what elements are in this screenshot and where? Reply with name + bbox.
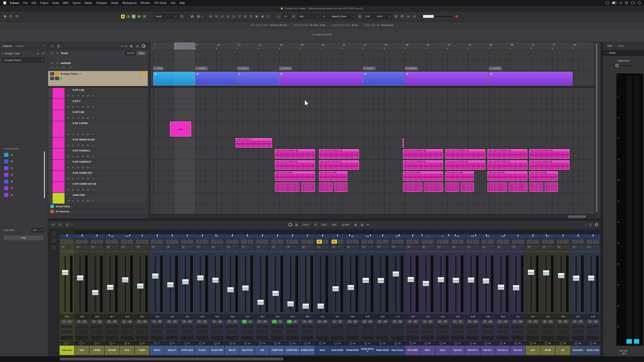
gain-slot[interactable] <box>345 250 360 254</box>
solo-button[interactable]: S <box>353 240 358 244</box>
grid-type-dropdown[interactable]: #Adapt to Zoom▾ <box>322 14 356 19</box>
rack-slot[interactable] <box>90 335 104 341</box>
steinberg-hub-icon[interactable] <box>3 14 7 19</box>
channel-routing-slot[interactable] <box>556 230 570 234</box>
channel-name[interactable]: CHOPP PAD 2 <box>285 346 300 355</box>
fader-handle[interactable] <box>92 290 99 296</box>
audio-event[interactable]: Take 7 (E GIT 2 INTRO_03) <box>403 160 443 170</box>
read-automation-button[interactable]: R <box>588 320 592 324</box>
sends-slot[interactable] <box>556 329 570 335</box>
audio-lane-e-git-2[interactable] <box>151 99 594 110</box>
write-automation-button[interactable]: W <box>488 320 493 324</box>
fader-handle[interactable] <box>452 278 460 283</box>
edit-channel-button[interactable]: e <box>151 245 156 249</box>
edit-channel-button[interactable]: e <box>376 245 381 249</box>
track-row-e-git-1-d[interactable]: E GIT 1 (D)●▸eRW⋯ <box>48 88 148 99</box>
track-row-e-git-chors-oct-d[interactable]: E GIT CHORS OCT (D)●▸eRW⋯ <box>48 182 148 193</box>
toolbar-slider[interactable] <box>420 16 452 17</box>
channel-name[interactable]: KICK <box>74 346 89 355</box>
record-enable-icon[interactable] <box>560 342 562 345</box>
channel-widget[interactable] <box>292 245 298 249</box>
sends-slot[interactable] <box>510 329 525 335</box>
record-enable-icon[interactable] <box>64 342 67 345</box>
gain-slot[interactable] <box>60 250 74 254</box>
marker-5-verse-1[interactable]: 5: VERSE 1 <box>363 66 376 70</box>
inserts-slot[interactable] <box>180 324 194 329</box>
edit-channel-button[interactable]: e <box>422 245 426 249</box>
write-automation-button[interactable]: W <box>473 320 478 324</box>
menu-edit[interactable]: Edit <box>32 1 36 4</box>
pan-control[interactable]: L <box>420 234 435 239</box>
fader-handle[interactable] <box>287 301 294 307</box>
record-enable-icon[interactable] <box>500 342 502 345</box>
gain-slot[interactable] <box>240 250 254 254</box>
inserts-slot[interactable] <box>90 324 104 329</box>
channel-widget[interactable] <box>201 245 208 249</box>
rack-slot[interactable] <box>526 335 540 341</box>
audio-event[interactable]: Take 7 (E GIT 2 INTRO_03) <box>445 160 485 170</box>
track-mute-indicator[interactable] <box>66 100 68 102</box>
rack-slot[interactable] <box>210 335 224 341</box>
read-automation-button[interactable]: R <box>257 320 262 324</box>
arranger-event-row[interactable]: D <box>4 192 42 198</box>
marker-7-chorus[interactable]: 7: CHORUS <box>489 66 502 70</box>
audio-event[interactable] <box>461 182 474 192</box>
channel-widget[interactable] <box>562 245 569 249</box>
rack-page-button-2[interactable] <box>51 238 56 243</box>
channel-widget[interactable] <box>81 245 88 249</box>
zone-divider[interactable] <box>48 218 600 221</box>
channel-widget[interactable] <box>592 245 599 249</box>
edit-channel-button[interactable]: e <box>76 199 80 203</box>
channel-name[interactable]: SYNTH LEAD <box>180 346 194 355</box>
gain-slot[interactable] <box>195 250 210 254</box>
write-automation-button[interactable]: W <box>578 320 583 324</box>
channel-widget[interactable] <box>246 245 253 249</box>
read-automation-button[interactable]: R <box>302 320 307 324</box>
record-enable-icon[interactable] <box>470 342 472 345</box>
monitor-button[interactable]: ▸ <box>71 199 75 203</box>
pan-control[interactable]: C <box>195 234 210 239</box>
audio-event[interactable]: Take 8 (E GIT CHOR <box>445 171 474 181</box>
tab-visibility[interactable]: Visibility <box>16 45 24 47</box>
write-automation-button[interactable]: W <box>263 320 268 324</box>
read-button[interactable]: R <box>81 155 85 158</box>
channel-widget[interactable] <box>502 245 509 249</box>
record-enable-icon[interactable] <box>455 342 457 345</box>
pan-control[interactable]: C <box>270 234 285 239</box>
r-automation-button[interactable]: R <box>132 14 136 19</box>
track-solo-indicator[interactable] <box>70 100 72 102</box>
channel-widget[interactable] <box>547 245 554 249</box>
channel-widget[interactable] <box>397 245 404 249</box>
monitor-button[interactable]: ▸ <box>71 116 75 120</box>
write-button[interactable]: W <box>86 155 90 158</box>
mute-button[interactable]: M <box>407 240 412 244</box>
channel-name[interactable]: VOX CH 1 <box>480 346 495 355</box>
more-button[interactable]: ⋯ <box>91 116 95 120</box>
rack-slot[interactable] <box>195 335 210 341</box>
gain-slot[interactable] <box>285 250 300 254</box>
rack-slot[interactable] <box>315 335 330 341</box>
solo-button[interactable]: S <box>518 240 524 244</box>
channel-routing-slot[interactable] <box>435 230 450 234</box>
read-automation-button[interactable]: R <box>498 320 502 324</box>
quantize-preset-dropdown[interactable]: 1/16 R-48 ▾ <box>364 14 392 19</box>
snap-type-dropdown[interactable]: Grid▾ <box>298 14 320 19</box>
pan-control[interactable]: C <box>405 234 420 239</box>
folder-lane-group-tracks[interactable] <box>151 204 594 209</box>
glue-tool[interactable]: ∪ <box>226 14 230 19</box>
audio-event[interactable]: Take 3 (E GIT CHORUS_08) <box>275 149 315 159</box>
channel-name[interactable]: CHOPP PAD <box>270 346 285 355</box>
audio-event[interactable]: Take 3 (E GIT CHORUS_08) <box>319 149 359 159</box>
erase-tool[interactable]: □ <box>231 14 236 19</box>
record-enable-icon[interactable] <box>304 342 307 345</box>
rack-slot[interactable] <box>420 335 435 341</box>
edit-channel-button[interactable]: e <box>436 245 441 249</box>
menu-audio[interactable]: Audio <box>52 1 59 4</box>
channel-name[interactable]: BASS CLEAN <box>586 346 600 355</box>
gain-slot[interactable] <box>360 250 375 254</box>
rack-slot[interactable] <box>390 335 405 341</box>
solo-button[interactable]: S <box>443 240 448 244</box>
sends-slot[interactable] <box>330 329 345 335</box>
write-automation-button[interactable]: W <box>383 320 388 324</box>
write-automation-button[interactable]: W <box>128 320 132 324</box>
